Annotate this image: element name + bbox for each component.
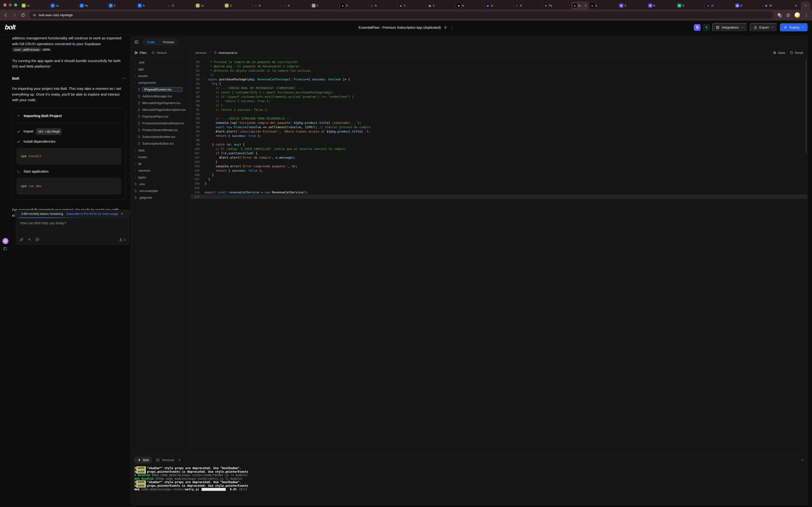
tab-title: La [27,4,47,7]
forward-icon[interactable] [12,13,17,18]
minimize-window-button[interactable] [9,3,12,6]
tab-favicon-icon: ▲ [399,4,403,7]
browser-tab[interactable]: fC [107,1,136,10]
tab-title: 2 [317,4,337,7]
toggle-sidebar-icon[interactable] [3,246,7,251]
browser-tab[interactable]: fA [136,1,165,10]
file-icon [214,51,217,54]
project-title[interactable]: EssentialFlow - Premium Subscription App… [359,25,406,30]
browser-tab[interactable]: ▲A [368,1,397,10]
browser-tabs: SLa»LafFafCfA»OSLaSS∞A∞A22bFi▲A▲Ir▤C☻N◎I… [20,1,406,10]
tab-favicon-icon: f [109,4,113,7]
bolt-logo[interactable]: bolt [5,24,15,31]
subscribe-link[interactable]: Subscribe to Pro 50 for 2x more usage [66,212,118,216]
zoom-window-button[interactable] [14,3,17,6]
import-card-title: Importing Bolt Project [24,113,62,119]
tune-icon[interactable] [33,13,37,17]
tree-folder[interactable]: assets [131,72,191,79]
tab-title: Fi [346,4,366,7]
fold-chevron-icon[interactable] [201,81,205,86]
browser-tab[interactable]: »La [49,1,78,10]
tree-file[interactable]: PaymentPlans.tsx [131,113,191,120]
tab-title: Fa [85,4,105,7]
close-banner-icon[interactable] [120,212,123,215]
tree-folder[interactable]: .bolt [131,59,191,66]
tab-favicon-icon: S [22,4,26,7]
message-header: Bolt [12,75,126,81]
experiments-indicator[interactable]: 1 [119,238,126,242]
fold-chevron-icon[interactable] [201,151,205,156]
code-line: 92 [191,112,406,116]
browser-tab[interactable]: SLa [194,1,223,10]
code-line: 111 [191,194,406,199]
search-tab[interactable]: Search [151,51,167,55]
code-line: 104 console.error('Error comprando paque… [191,164,406,169]
tab-code[interactable]: Code [143,39,159,45]
tab-title: La [201,4,221,7]
tree-folder[interactable]: data [131,147,191,154]
tree-file[interactable]: AddressManager.tsx [131,93,191,100]
browser-tab[interactable]: 22 [310,1,339,10]
tree-file[interactable]: MercadoPagoSubscription.tsx [131,106,191,113]
flask-icon [119,238,123,242]
browser-tab[interactable]: fFa [78,1,107,10]
discussion-mode-icon[interactable] [35,237,40,242]
chat-input-placeholder: How can Bolt help you today? [16,218,129,228]
tree-file[interactable]: SubscriptionEditor.tsx [131,140,191,147]
rename-input[interactable]: /PaywallScreen.tsx [142,87,183,92]
tree-file[interactable]: .env.example [131,187,191,194]
step-start-application: Start application [17,169,121,175]
tree-file[interactable]: .gitignore [131,194,191,201]
browser-tab[interactable]: ▲Ir [397,1,406,10]
close-window-button[interactable] [3,3,6,6]
chevron-up-icon [17,114,20,118]
browser-tab[interactable]: »O [165,1,194,10]
tab-title: C [114,4,134,7]
workspace-panel: Code Preview Files Search services reven… [131,36,406,253]
chat-input[interactable]: How can Bolt help you today? 1 [16,218,129,244]
reload-icon[interactable] [21,13,26,17]
tree-folder[interactable]: hooks [131,154,191,160]
browser-tab[interactable]: ∞A [252,1,281,10]
code-line: 90 // } [191,103,406,108]
tree-file[interactable]: ProductSearchModal.tsx [131,126,191,133]
code-line: 102 Alert.alert('Error de Compra', e.mes… [191,156,406,160]
code-line: 110export const revenueCatService = new … [191,190,406,194]
tree-file[interactable]: MercadoPagoPayment.tsx [131,100,191,106]
sender-name: Bolt [12,75,19,81]
tree-folder[interactable]: app [131,66,191,72]
code-line: 103 } [191,160,406,164]
tree-file[interactable]: SubscriptionBuilder.tsx [131,133,191,140]
importing-project-card: Importing Bolt Project Import sb1-rdyr6e… [12,108,126,200]
tab-favicon-icon: f [80,4,84,7]
browser-tab[interactable]: ∞A [281,1,310,10]
address-bar[interactable]: bolt.new/~/sb1-rdyr6egb [29,11,406,19]
enhance-sparkles-icon[interactable] [27,237,32,242]
collapse-panel-icon[interactable] [134,40,139,44]
tab-preview[interactable]: Preview [159,39,178,45]
back-icon[interactable] [3,13,8,18]
browser-tab[interactable]: bFi [339,1,368,10]
message-menu-icon[interactable] [121,76,126,80]
code-editor[interactable]: 80 * Procesa la compra de un paquete de … [191,58,406,253]
browser-tab[interactable]: SLa [20,1,49,10]
tree-folder[interactable]: components [131,79,191,86]
tree-file[interactable]: ProductAutomationModal.tsx [131,120,191,126]
tree-folder[interactable]: lib [131,160,191,167]
tab-favicon-icon: » [51,4,55,7]
import-card-header[interactable]: Importing Bolt Project [12,108,125,123]
tree-folder[interactable]: types [131,174,191,181]
breadcrumb-folder[interactable]: services [195,51,207,55]
fold-chevron-icon[interactable] [201,77,205,81]
tree-file-rename[interactable]: /PaywallScreen.tsx [131,86,191,93]
tree-folder[interactable]: services [131,167,191,174]
attach-link-icon[interactable] [19,237,24,242]
browser-tabstrip: SLa»LafFafCfA»OSLaSS∞A∞A22bFi▲A▲Ir▤C☻N◎I… [0,0,406,10]
files-tab[interactable]: Files [134,51,147,55]
user-avatar[interactable]: G [2,238,8,244]
project-id-chip: sb1-rdyr6egb [36,128,62,135]
tree-file[interactable]: .env [131,181,191,187]
fold-chevron-icon[interactable] [201,143,205,147]
browser-tab[interactable]: SS [223,1,252,10]
breadcrumb-file[interactable]: revenuecat.ts [214,51,237,55]
